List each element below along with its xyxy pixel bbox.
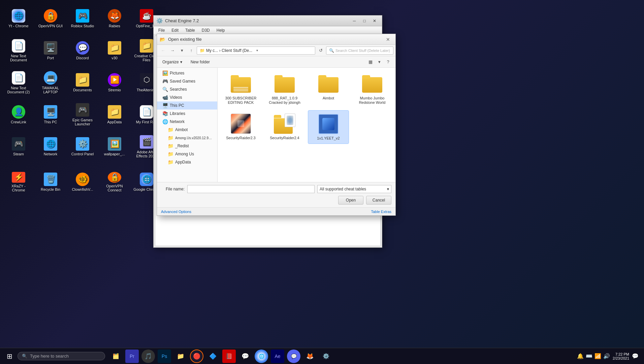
taskbar-circle[interactable]: 🔴 (190, 350, 203, 363)
sidebar-item-libraries[interactable]: 📚 Libraries (157, 110, 217, 118)
sidebar-item-redist[interactable]: 📁 _Redist (157, 142, 217, 150)
desktop-icon-epic-games[interactable]: 🎮 Epic Games Launcher (67, 99, 98, 130)
menu-edit[interactable]: Edit (168, 27, 182, 33)
desktop-icon-network[interactable]: 🌐 Network (35, 131, 66, 162)
taskbar-firefox[interactable]: 🦊 (303, 350, 317, 363)
menu-file[interactable]: File (155, 27, 168, 33)
filetype-dropdown[interactable]: All supported cheat tables ▾ (317, 185, 391, 193)
file-icon-1v1-yeet (318, 113, 339, 135)
cancel-button[interactable]: Cancel (366, 196, 391, 205)
desktop-icon-appdata[interactable]: 📁 AppData (99, 99, 130, 130)
file-item-security-raider24[interactable]: SecurityRaider2.4 (264, 110, 305, 144)
desktop-icon-roblox[interactable]: 🎮 Roblox Studio (67, 3, 98, 34)
taskbar-discord-tray[interactable]: 💬 (287, 350, 300, 363)
menu-d3d[interactable]: D3D (198, 27, 213, 33)
sidebar-item-pictures[interactable]: 🖼️ Pictures (157, 69, 217, 77)
new-folder-button[interactable]: New folder (188, 58, 213, 66)
address-path[interactable]: 📁 My c... › Client Stuff (De... ▾ (197, 47, 315, 55)
filename-row: File name: All supported cheat tables ▾ (161, 185, 391, 193)
desktop-icon-recycle-bin[interactable]: 🗑️ Recycle Bin (35, 170, 66, 194)
file-item-1v1-yeet[interactable]: 1v1.YEET_v2 (308, 110, 349, 144)
desktop-icon-wallpaper[interactable]: 🖼️ wallpaper_... (99, 131, 130, 162)
desktop-icon-steam[interactable]: 🎮 Steam (3, 131, 34, 162)
aimbot-icon: 📁 (168, 127, 173, 132)
menu-table[interactable]: Table (182, 27, 198, 33)
desktop-icon-crewlink[interactable]: 👤 CrewLink (3, 99, 34, 130)
file-item-security-raider23[interactable]: SecurityRaider2.3 (220, 110, 261, 144)
desktop-icon-discord[interactable]: 💬 Discord (67, 35, 98, 66)
desktop-icon-new-text-doc[interactable]: 📄 New Text Document (3, 35, 34, 66)
ce-close-button[interactable]: ✕ (370, 17, 379, 25)
advanced-options-link[interactable]: Advanced Options (161, 210, 191, 214)
refresh-button[interactable]: ↺ (317, 47, 325, 55)
taskbar-whatsapp[interactable]: 💬 (238, 350, 252, 363)
file-item-888-rat[interactable]: 888_RAT_1.0.9 Cracked by jdsingh (264, 70, 305, 108)
taskbar-obs[interactable]: 🎵 (141, 350, 155, 363)
desktop-icon-openvpn[interactable]: 🔒 OpenVPN GUI (35, 3, 66, 34)
dialog-titlebar[interactable]: 📂 Open existing file ✕ (157, 34, 395, 45)
address-dropdown[interactable]: ▾ (254, 47, 260, 55)
desktop-icon-new-text-doc2[interactable]: 📄 New Text Document (2) (3, 67, 34, 98)
taskbar-search-icon: 🔍 (22, 354, 27, 359)
sidebar-item-label-redist: _Redist (175, 144, 189, 148)
taskbar-search[interactable]: 🔍 Type here to search (18, 352, 105, 360)
nav-dropdown-button[interactable]: ▾ (178, 47, 186, 55)
taskbar-chrome-tray[interactable]: 🌐 (255, 350, 268, 363)
desktop-icon-this-pc[interactable]: 🖥️ This PC (35, 99, 66, 130)
menu-help[interactable]: Help (213, 27, 228, 33)
desktop-icon-rabies[interactable]: 🦊 Rabies (99, 3, 130, 34)
taskbar-red-app[interactable]: 📕 (222, 350, 236, 363)
taskbar-premiere[interactable]: Pr (125, 350, 139, 363)
nav-back-button[interactable]: ← (159, 47, 167, 55)
ce-titlebar[interactable]: ⚙️ Cheat Engine 7.2 ─ □ ✕ (154, 16, 382, 26)
sidebar-item-among-us[interactable]: 📁 Among Us (157, 150, 217, 158)
sidebar-item-appdata-sub[interactable]: 📁 AppData (157, 158, 217, 166)
among-us-icon: 📁 (168, 151, 173, 157)
dialog-close-button[interactable]: ✕ (383, 36, 393, 43)
taskbar-settings[interactable]: ⚙️ (319, 350, 333, 363)
nav-up-button[interactable]: ↑ (187, 47, 195, 55)
taskbar-after-effects[interactable]: Ae (271, 350, 284, 363)
view-more-button[interactable]: ▾ (375, 58, 383, 66)
desktop-icon-tawakal[interactable]: 💻 TAWAKAL LAPTOP (35, 67, 66, 98)
filename-input[interactable] (187, 185, 315, 193)
file-item-subscriber-pack[interactable]: 300 SUBSCRIBER EDITING PACK (220, 70, 261, 108)
sidebar-item-saved-games[interactable]: 🎮 Saved Games (157, 77, 217, 85)
desktop-icon-openvpn-connect[interactable]: 🔒 OpenVPN Connect (99, 170, 130, 194)
ce-titlebar-icon: ⚙️ (156, 18, 163, 24)
table-extras-link[interactable]: Table Extras (371, 210, 391, 214)
open-file-dialog: 📂 Open existing file ✕ ← → ▾ ↑ 📁 My c...… (157, 34, 396, 216)
ce-minimize-button[interactable]: ─ (350, 17, 359, 25)
view-details-button[interactable]: ▦ (366, 58, 375, 66)
desktop-icon-port[interactable]: 🖥️ Port (35, 35, 66, 66)
ce-maximize-button[interactable]: □ (360, 17, 369, 25)
taskbar-notification-center[interactable]: 💬 (632, 353, 639, 359)
search-box[interactable]: 🔍 Search Client Stuff (Delete Later) (326, 47, 393, 55)
open-button[interactable]: Open (338, 196, 363, 205)
file-item-mumbo-jumbo[interactable]: Mumbo Jumbo Redstone World (352, 70, 393, 108)
nav-forward-button[interactable]: → (168, 47, 176, 55)
organize-button[interactable]: Organize ▾ (160, 59, 184, 65)
desktop-icon-documents[interactable]: 📁 Documents (67, 67, 98, 98)
sidebar-item-videos[interactable]: 📹 Videos (157, 93, 217, 101)
desktop-icon-stremio[interactable]: ▶️ Stremio (99, 67, 130, 98)
taskbar-task-view[interactable]: 🗂️ (109, 350, 123, 363)
desktop-icon-xrazy[interactable]: ⚡ XRaZY - Chrome (3, 170, 34, 194)
file-item-aimbot[interactable]: Aimbot (308, 70, 349, 108)
desktop-icon-control-panel[interactable]: ⚙️ Control Panel (67, 131, 98, 162)
desktop-icon-yt-chrome[interactable]: 🌐 Yt - Chrome (3, 3, 34, 34)
view-help-button[interactable]: ? (384, 58, 392, 66)
sidebar-item-aimbot[interactable]: 📁 Aimbot (157, 126, 217, 134)
desktop-icon-v30[interactable]: 📁 v30 (99, 35, 130, 66)
taskbar-blender[interactable]: 🔷 (206, 350, 220, 363)
sidebar-item-among-us-ver[interactable]: 📁 Among.Us.v2020.12.9s.b... (157, 134, 217, 142)
videos-icon: 📹 (162, 95, 168, 100)
taskbar-photoshop[interactable]: Ps (158, 350, 171, 363)
taskbar-explorer[interactable]: 📁 (174, 350, 187, 363)
sidebar-item-network[interactable]: 🌐 Network (157, 118, 217, 126)
desktop-icon-clownfish[interactable]: 🐠 ClownfishV... (67, 170, 98, 194)
start-button[interactable]: ⊞ (3, 350, 16, 363)
sidebar-item-this-pc[interactable]: 🖥️ This PC (157, 101, 217, 110)
sidebar-item-searches[interactable]: 🔍 Searches (157, 85, 217, 93)
file-name-1v1-yeet: 1v1.YEET_v2 (317, 136, 340, 141)
